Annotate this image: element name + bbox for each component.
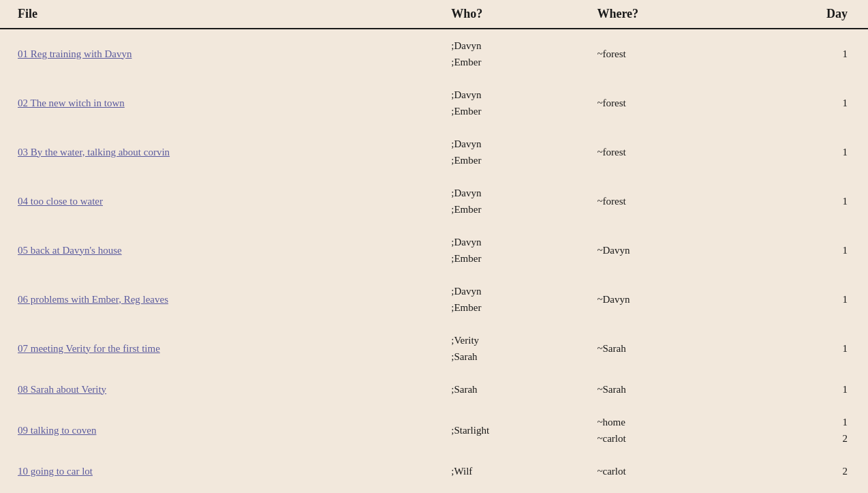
table-body: 01 Reg training with Davyn;Davyn ;Ember~… — [0, 29, 868, 488]
who-cell: ;Davyn ;Ember — [440, 226, 586, 275]
day-cell: 2 — [740, 455, 868, 488]
header-where: Where? — [586, 0, 740, 29]
where-cell: ~forest — [586, 177, 740, 226]
where-cell: ~forest — [586, 29, 740, 78]
where-cell: ~Sarah — [586, 373, 740, 406]
day-cell: 1 — [740, 177, 868, 226]
where-cell: ~Sarah — [586, 324, 740, 373]
table-row: 04 too close to water;Davyn ;Ember~fores… — [0, 177, 868, 226]
who-cell: ;Verity ;Sarah — [440, 324, 586, 373]
file-link[interactable]: 02 The new witch in town — [18, 98, 125, 108]
who-cell: ;Davyn ;Ember — [440, 275, 586, 324]
day-cell: 1 — [740, 29, 868, 78]
where-cell: ~forest — [586, 78, 740, 128]
file-link[interactable]: 09 talking to coven — [18, 425, 96, 436]
header-row: File Who? Where? Day — [0, 0, 868, 29]
file-link[interactable]: 04 too close to water — [18, 196, 103, 207]
table-row: 09 talking to coven;Starlight~home ~carl… — [0, 406, 868, 455]
file-link[interactable]: 03 By the water, talking about corvin — [18, 147, 170, 158]
table-row: 06 problems with Ember, Reg leaves;Davyn… — [0, 275, 868, 324]
who-cell: ;Wilf — [440, 455, 586, 488]
file-link[interactable]: 08 Sarah about Verity — [18, 384, 106, 395]
who-cell: ;Starlight — [440, 406, 586, 455]
header-file: File — [0, 0, 440, 29]
file-cell: 05 back at Davyn's house — [0, 226, 440, 275]
where-cell: ~Davyn — [586, 226, 740, 275]
main-table-container: File Who? Where? Day 01 Reg training wit… — [0, 0, 868, 488]
file-cell: 02 The new witch in town — [0, 78, 440, 128]
file-link[interactable]: 01 Reg training with Davyn — [18, 48, 131, 59]
table-row: 08 Sarah about Verity;Sarah~Sarah1 — [0, 373, 868, 406]
who-cell: ;Sarah — [440, 373, 586, 406]
table-header: File Who? Where? Day — [0, 0, 868, 29]
file-link[interactable]: 06 problems with Ember, Reg leaves — [18, 294, 168, 305]
file-cell: 09 talking to coven — [0, 406, 440, 455]
file-cell: 01 Reg training with Davyn — [0, 29, 440, 78]
table-row: 10 going to car lot;Wilf~carlot2 — [0, 455, 868, 488]
day-cell: 1 — [740, 324, 868, 373]
header-who: Who? — [440, 0, 586, 29]
file-link[interactable]: 07 meeting Verity for the first time — [18, 343, 160, 354]
day-cell: 1 — [740, 373, 868, 406]
file-cell: 06 problems with Ember, Reg leaves — [0, 275, 440, 324]
file-cell: 07 meeting Verity for the first time — [0, 324, 440, 373]
day-cell: 1 — [740, 128, 868, 177]
day-cell: 1 — [740, 226, 868, 275]
table-row: 05 back at Davyn's house;Davyn ;Ember~Da… — [0, 226, 868, 275]
table-row: 07 meeting Verity for the first time;Ver… — [0, 324, 868, 373]
who-cell: ;Davyn ;Ember — [440, 128, 586, 177]
day-cell: 1 2 — [740, 406, 868, 455]
where-cell: ~carlot — [586, 455, 740, 488]
table-row: 01 Reg training with Davyn;Davyn ;Ember~… — [0, 29, 868, 78]
where-cell: ~forest — [586, 128, 740, 177]
where-cell: ~Davyn — [586, 275, 740, 324]
file-cell: 04 too close to water — [0, 177, 440, 226]
who-cell: ;Davyn ;Ember — [440, 177, 586, 226]
who-cell: ;Davyn ;Ember — [440, 78, 586, 128]
file-cell: 08 Sarah about Verity — [0, 373, 440, 406]
header-day: Day — [740, 0, 868, 29]
day-cell: 1 — [740, 275, 868, 324]
file-link[interactable]: 05 back at Davyn's house — [18, 245, 122, 256]
table-row: 03 By the water, talking about corvin;Da… — [0, 128, 868, 177]
where-cell: ~home ~carlot — [586, 406, 740, 455]
file-cell: 10 going to car lot — [0, 455, 440, 488]
table-row: 02 The new witch in town;Davyn ;Ember~fo… — [0, 78, 868, 128]
file-link[interactable]: 10 going to car lot — [18, 466, 93, 477]
who-cell: ;Davyn ;Ember — [440, 29, 586, 78]
files-table: File Who? Where? Day 01 Reg training wit… — [0, 0, 868, 488]
file-cell: 03 By the water, talking about corvin — [0, 128, 440, 177]
day-cell: 1 — [740, 78, 868, 128]
